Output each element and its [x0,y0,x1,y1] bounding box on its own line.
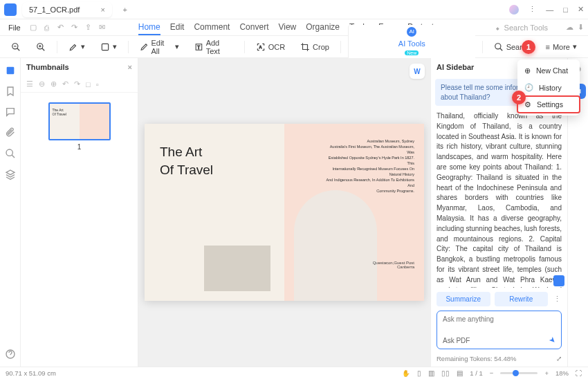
view-wrap-icon[interactable]: ▤ [457,369,463,377]
thumb-copy-icon[interactable]: □ [86,80,91,89]
search-rail-icon[interactable] [5,148,16,159]
more-button[interactable]: ≡ More▾ [542,40,581,53]
thumb-delete-icon[interactable]: ▫ [96,80,99,89]
thumb-zoomin-icon[interactable]: ⊕ [50,80,57,89]
mail-icon[interactable]: ✉ [97,23,108,32]
square-icon [100,42,110,52]
ai-text-input[interactable] [437,311,561,327]
kebab-icon[interactable]: ⋮ [529,5,536,14]
new-tab-button[interactable]: + [119,6,131,14]
maximize-icon[interactable]: □ [563,6,568,14]
search-tools[interactable]: ⬥ Search Tools ☁ ⬇ [495,23,584,32]
callout-2: 2 [512,91,526,104]
thumb-list-icon[interactable]: ☰ [26,80,33,89]
svg-line-1 [17,48,20,50]
pdf-page: The ArtOf Travel Australian Museum, Sydn… [145,124,424,301]
thumb-rotate-left-icon[interactable]: ↶ [62,80,68,89]
clock-icon: 🕘 [524,83,533,92]
plus-circle-icon: ⊕ [524,66,531,75]
svg-rect-13 [6,67,14,75]
zoom-percent[interactable]: 18% [555,369,569,377]
add-text-button[interactable]: TAdd Text [190,37,237,57]
tab-home[interactable]: Home [138,20,160,35]
zoom-slider[interactable] [500,372,538,374]
menu-settings[interactable]: ⚙ Settings [517,96,580,113]
svg-point-14 [6,149,12,156]
view-cont-icon[interactable]: ▥ [428,369,434,377]
save-icon[interactable]: ▢ [28,23,39,32]
copy-answer-icon[interactable] [553,275,564,286]
view-double-icon[interactable]: ▯▯ [441,369,450,377]
svg-text:A: A [259,45,261,49]
document-canvas[interactable]: W The ArtOf Travel Australian Museum, Sy… [138,58,430,367]
layers-rail-icon[interactable] [5,169,16,180]
svg-point-11 [495,43,500,48]
tab-edit[interactable]: Edit [170,20,185,35]
thumbnails-panel: Thumbnails × ☰ ⊖ ⊕ ↶ ↷ □ ▫ The ArtOf Tra… [21,58,138,367]
ocr-icon: A [256,42,266,52]
menu-new-chat[interactable]: ⊕ New Chat [517,62,580,79]
zoom-in-icon [36,42,46,52]
view-single-icon[interactable]: ▯ [417,369,421,377]
summarize-button[interactable]: Summarize [437,292,490,306]
ai-sidebar-title: AI Sidebar [437,63,474,71]
send-icon[interactable]: ➤ [547,335,558,346]
menu-history[interactable]: 🕘 History [517,79,580,96]
thumb-rotate-right-icon[interactable]: ↷ [74,80,80,89]
thumbnail-toolbar: ☰ ⊖ ⊕ ↶ ↷ □ ▫ [21,76,138,93]
tab-comment[interactable]: Comment [194,20,230,35]
download-icon[interactable]: ⬇ [578,23,584,32]
zoom-in-status-icon[interactable]: + [544,369,549,377]
zoom-out-icon [11,42,21,52]
share-icon[interactable]: ⇪ [83,23,94,32]
comments-rail-icon[interactable] [5,107,16,118]
page-indicator[interactable]: 1 / 1 [470,369,483,377]
edit-all-button[interactable]: Edit All▾ [136,37,183,57]
doc-vase-image [294,190,377,301]
expand-icon[interactable]: ⤢ [556,355,562,362]
page-thumbnail[interactable]: The ArtOf Travel [48,102,111,140]
shape-button[interactable]: ▾ [96,40,121,54]
help-rail-icon[interactable] [5,349,16,360]
minimize-icon[interactable]: — [546,6,553,14]
thumbnail-page-number: 1 [77,143,82,151]
tokens-remaining: Remaining Tokens: 54.48% [437,355,516,362]
ocr-button[interactable]: AOCR [252,40,289,54]
cloud-icon[interactable]: ☁ [566,23,573,32]
ask-pdf-label[interactable]: Ask PDF [443,337,470,344]
svg-line-15 [12,155,15,158]
doc-description: Australian Museum, Sydney Australia's Fi… [326,139,414,194]
undo-icon[interactable]: ↶ [55,23,66,32]
hand-tool-icon[interactable]: ✋ [402,369,410,377]
close-thumbnails-icon[interactable]: × [128,63,132,71]
gear-icon: ⚙ [524,100,531,109]
zoom-out-button[interactable] [7,40,25,54]
close-window-icon[interactable]: ✕ [578,5,584,14]
search-icon [494,42,504,52]
fit-page-icon[interactable]: ⛶ [576,369,582,377]
print-icon[interactable]: ⎙ [42,24,53,32]
rewrite-button[interactable]: Rewrite [495,292,549,306]
svg-rect-7 [102,44,108,50]
zoom-out-status-icon[interactable]: − [490,369,494,377]
crop-button[interactable]: Crop [296,40,333,54]
close-tab-icon[interactable]: × [100,6,104,14]
assistant-orb-icon[interactable] [509,5,519,15]
highlighter-button[interactable]: ▾ [64,40,89,54]
ai-input-box[interactable]: Ask PDF ➤ [437,311,562,349]
bookmarks-rail-icon[interactable] [5,86,16,97]
word-export-button[interactable]: W [410,64,425,79]
thumb-zoomout-icon[interactable]: ⊖ [39,80,45,89]
attachments-rail-icon[interactable] [5,127,16,138]
tab-organize[interactable]: Organize [306,20,340,35]
ai-answer: Thailand, officially known as the Kingdo… [431,109,567,288]
thumbnails-rail-icon[interactable] [5,65,16,76]
redo-icon[interactable]: ↷ [69,23,80,32]
tab-view[interactable]: View [278,20,296,35]
ai-actions-more-icon[interactable]: ⋮ [552,295,562,304]
tab-convert[interactable]: Convert [239,20,268,35]
file-menu[interactable]: File [4,22,25,33]
document-tab[interactable]: 57_1_OCR.pdf × [22,2,112,17]
zoom-in-button[interactable] [32,40,50,54]
wand-icon: ⬥ [495,24,500,32]
